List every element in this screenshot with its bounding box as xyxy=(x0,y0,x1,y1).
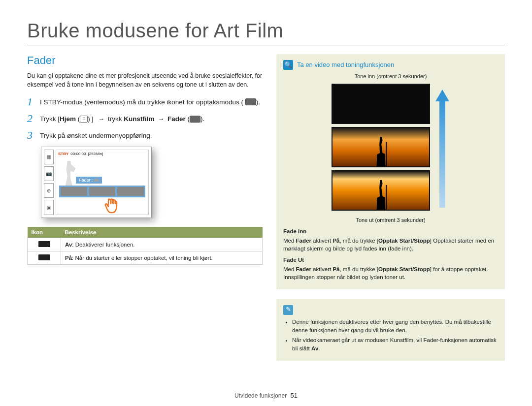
step-number: 3 xyxy=(27,129,40,141)
fade-out-paragraph: Med Fader aktivert På, må du trykke [Opp… xyxy=(283,265,498,281)
up-arrow-icon xyxy=(435,84,450,214)
lcd-side-camera-icon: 📷 xyxy=(44,166,54,181)
icon-description-table: Ikon Beskrivelse Av: Deaktiverer funksjo… xyxy=(27,227,263,265)
fade-out-heading: Fade Ut xyxy=(283,256,498,264)
thumb-full xyxy=(332,170,430,211)
fader-on-icon xyxy=(38,254,50,260)
info-panel-toning: 🔍 Ta en video med toningfunksjonen Tone … xyxy=(276,54,505,289)
section-heading-fader: Fader xyxy=(27,54,263,67)
table-row: Av: Deaktiverer funksjonen. xyxy=(28,238,263,251)
note-item-1: Denne funksjonen deaktiveres etter hver … xyxy=(292,318,498,334)
step-3-text: Trykk på ønsket undermenyoppføring. xyxy=(40,129,152,141)
lcd-side-play-icon: ▣ xyxy=(44,200,54,215)
step-2-fader: Fader xyxy=(167,115,186,123)
magnifier-icon: 🔍 xyxy=(283,60,293,70)
step-1-tail: ). xyxy=(256,98,260,106)
tone-out-caption: Tone ut (omtrent 3 sekunder) xyxy=(283,217,498,224)
step-number: 2 xyxy=(27,113,40,125)
fade-in-paragraph: Med Fader aktivert På, må du trykke [Opp… xyxy=(283,237,498,253)
step-1: 1 I STBY-modus (ventemodus) må du trykke… xyxy=(27,96,263,108)
page-title: Bruke modusene for Art Film xyxy=(27,20,505,45)
note-panel: ✎ Denne funksjonen deaktiveres etter hve… xyxy=(276,299,505,361)
table-head-icon: Ikon xyxy=(28,227,61,238)
tone-in-caption: Tone inn (omtrent 3 sekunder) xyxy=(283,73,498,81)
footer-section: Utvidede funksjoner xyxy=(234,392,287,399)
lcd-stby-label: STBY xyxy=(58,152,68,156)
step-2-pre: Trykk [ xyxy=(40,115,60,123)
row2-label: På xyxy=(65,255,72,261)
thumb-mid xyxy=(332,127,430,167)
home-icon xyxy=(80,116,88,123)
thumb-dark xyxy=(332,84,430,124)
lcd-fader-label: Fader : Av xyxy=(76,177,102,184)
note-icon: ✎ xyxy=(283,305,293,315)
lcd-duration: [253Min] xyxy=(88,152,103,156)
fader-off-icon xyxy=(38,241,50,247)
step-2-kunst: Kunstfilm xyxy=(124,115,154,123)
step-2-hjem: Hjem xyxy=(60,115,76,123)
step-1-text: I STBY-modus (ventemodus) må du trykke i… xyxy=(40,98,243,106)
fader-icon xyxy=(190,116,200,123)
lcd-screenshot: ▦ 📷 ⊕ ▣ STBY 00:00:00 [253Min] Fader : A… xyxy=(41,147,152,218)
note-item-2: Når videokameraet går ut av modusen Kuns… xyxy=(292,336,498,352)
step-2: 2 Trykk [Hjem ()] → trykk Kunstfilm → Fa… xyxy=(27,113,263,125)
touch-hand-icon xyxy=(104,195,124,217)
lcd-side-film-icon: ▦ xyxy=(44,150,54,164)
page-footer: Utvidede funksjoner 51 xyxy=(0,392,532,399)
arrow-icon: → xyxy=(158,115,164,123)
table-row: På: Når du starter eller stopper opptake… xyxy=(28,251,263,264)
lcd-time: 00:00:00 xyxy=(70,152,86,156)
intro-paragraph: Du kan gi opptakene dine et mer profesjo… xyxy=(27,72,263,89)
row1-text: : Deaktiverer funksjonen. xyxy=(72,242,134,248)
fade-in-heading: Fade inn xyxy=(283,227,498,236)
step-3: 3 Trykk på ønsket undermenyoppføring. xyxy=(27,129,263,141)
lcd-option-strip xyxy=(59,186,145,197)
page-number: 51 xyxy=(290,392,297,399)
lcd-side-zoom-icon: ⊕ xyxy=(44,183,54,198)
step-2-mid: trykk xyxy=(108,115,124,123)
table-head-desc: Beskrivelse xyxy=(61,227,263,238)
panel1-title: Ta en video med toningfunksjonen xyxy=(297,61,394,70)
row1-label: Av xyxy=(65,242,72,248)
recording-mode-icon xyxy=(245,98,256,105)
step-2-end: ). xyxy=(200,115,204,123)
row2-text: : Når du starter eller stopper opptaket,… xyxy=(72,255,213,261)
step-number: 1 xyxy=(27,96,40,108)
